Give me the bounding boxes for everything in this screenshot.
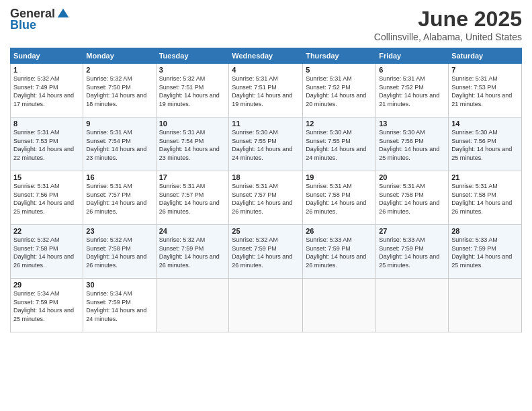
day-info: Sunrise: 5:30 AMSunset: 7:55 PMDaylight:…: [232, 129, 292, 161]
calendar-cell: 30 Sunrise: 5:34 AMSunset: 7:59 PMDaylig…: [83, 279, 156, 332]
calendar-cell: [449, 279, 522, 332]
month-title: June 2025: [374, 7, 522, 32]
calendar-cell: 11 Sunrise: 5:30 AMSunset: 7:55 PMDaylig…: [229, 118, 303, 171]
day-info: Sunrise: 5:31 AMSunset: 7:58 PMDaylight:…: [379, 183, 439, 215]
day-number: 19: [306, 173, 373, 181]
calendar-cell: 29 Sunrise: 5:34 AMSunset: 7:59 PMDaylig…: [11, 279, 83, 332]
day-info: Sunrise: 5:31 AMSunset: 7:53 PMDaylight:…: [13, 129, 74, 161]
day-info: Sunrise: 5:31 AMSunset: 7:58 PMDaylight:…: [306, 183, 366, 215]
day-info: Sunrise: 5:31 AMSunset: 7:56 PMDaylight:…: [13, 183, 74, 215]
calendar-cell: 26 Sunrise: 5:33 AMSunset: 7:59 PMDaylig…: [303, 225, 376, 279]
calendar-week-row: 8 Sunrise: 5:31 AMSunset: 7:53 PMDayligh…: [11, 118, 522, 171]
day-info: Sunrise: 5:31 AMSunset: 7:54 PMDaylight:…: [86, 129, 146, 161]
day-info: Sunrise: 5:32 AMSunset: 7:59 PMDaylight:…: [232, 236, 292, 269]
calendar-cell: 3 Sunrise: 5:32 AMSunset: 7:51 PMDayligh…: [156, 64, 229, 118]
calendar-cell: 1 Sunrise: 5:32 AMSunset: 7:49 PMDayligh…: [11, 64, 83, 118]
calendar-cell: [376, 279, 449, 332]
day-number: 21: [451, 173, 519, 181]
day-number: 4: [232, 66, 300, 74]
calendar-cell: [156, 279, 229, 332]
header-wednesday: Wednesday: [229, 48, 303, 64]
day-info: Sunrise: 5:32 AMSunset: 7:58 PMDaylight:…: [86, 236, 146, 269]
day-number: 10: [159, 120, 226, 128]
day-number: 16: [86, 173, 152, 181]
calendar-cell: 7 Sunrise: 5:31 AMSunset: 7:53 PMDayligh…: [449, 64, 522, 118]
calendar-cell: 14 Sunrise: 5:30 AMSunset: 7:56 PMDaylig…: [449, 118, 522, 171]
calendar-cell: 19 Sunrise: 5:31 AMSunset: 7:58 PMDaylig…: [303, 171, 376, 225]
calendar-cell: 4 Sunrise: 5:31 AMSunset: 7:51 PMDayligh…: [229, 64, 303, 118]
day-info: Sunrise: 5:32 AMSunset: 7:50 PMDaylight:…: [86, 75, 146, 107]
calendar-cell: 28 Sunrise: 5:33 AMSunset: 7:59 PMDaylig…: [449, 225, 522, 279]
day-number: 28: [451, 227, 519, 235]
day-number: 1: [13, 66, 80, 74]
calendar-week-row: 15 Sunrise: 5:31 AMSunset: 7:56 PMDaylig…: [11, 171, 522, 225]
day-number: 24: [159, 227, 226, 235]
day-number: 8: [13, 120, 80, 128]
day-info: Sunrise: 5:33 AMSunset: 7:59 PMDaylight:…: [451, 236, 512, 269]
page-header: General Blue June 2025 Collinsville, Ala…: [10, 7, 522, 42]
logo-blue-text: Blue: [10, 18, 36, 32]
day-number: 12: [306, 120, 373, 128]
calendar-cell: 8 Sunrise: 5:31 AMSunset: 7:53 PMDayligh…: [11, 118, 83, 171]
day-info: Sunrise: 5:31 AMSunset: 7:52 PMDaylight:…: [306, 75, 366, 107]
calendar-cell: [303, 279, 376, 332]
day-info: Sunrise: 5:32 AMSunset: 7:49 PMDaylight:…: [13, 75, 74, 107]
calendar-cell: 20 Sunrise: 5:31 AMSunset: 7:58 PMDaylig…: [376, 171, 449, 225]
day-info: Sunrise: 5:31 AMSunset: 7:57 PMDaylight:…: [86, 183, 146, 215]
calendar-week-row: 1 Sunrise: 5:32 AMSunset: 7:49 PMDayligh…: [11, 64, 522, 118]
day-number: 11: [232, 120, 300, 128]
calendar-cell: 2 Sunrise: 5:32 AMSunset: 7:50 PMDayligh…: [83, 64, 156, 118]
header-sunday: Sunday: [11, 48, 83, 64]
calendar-cell: 27 Sunrise: 5:33 AMSunset: 7:59 PMDaylig…: [376, 225, 449, 279]
day-number: 2: [86, 66, 152, 74]
logo-icon: [56, 7, 70, 21]
calendar-cell: 21 Sunrise: 5:31 AMSunset: 7:58 PMDaylig…: [449, 171, 522, 225]
logo: General Blue: [10, 7, 70, 32]
day-info: Sunrise: 5:31 AMSunset: 7:51 PMDaylight:…: [232, 75, 292, 107]
day-number: 25: [232, 227, 300, 235]
day-info: Sunrise: 5:32 AMSunset: 7:58 PMDaylight:…: [13, 236, 74, 269]
day-number: 23: [86, 227, 152, 235]
calendar-cell: 12 Sunrise: 5:30 AMSunset: 7:55 PMDaylig…: [303, 118, 376, 171]
calendar-cell: 22 Sunrise: 5:32 AMSunset: 7:58 PMDaylig…: [11, 225, 83, 279]
calendar-cell: 15 Sunrise: 5:31 AMSunset: 7:56 PMDaylig…: [11, 171, 83, 225]
header-thursday: Thursday: [303, 48, 376, 64]
day-number: 9: [86, 120, 152, 128]
day-info: Sunrise: 5:31 AMSunset: 7:58 PMDaylight:…: [451, 183, 512, 215]
day-info: Sunrise: 5:30 AMSunset: 7:55 PMDaylight:…: [306, 129, 366, 161]
day-info: Sunrise: 5:31 AMSunset: 7:54 PMDaylight:…: [159, 129, 220, 161]
day-number: 3: [159, 66, 226, 74]
day-info: Sunrise: 5:31 AMSunset: 7:57 PMDaylight:…: [232, 183, 292, 215]
calendar-cell: 5 Sunrise: 5:31 AMSunset: 7:52 PMDayligh…: [303, 64, 376, 118]
calendar-table: Sunday Monday Tuesday Wednesday Thursday…: [10, 48, 522, 332]
day-info: Sunrise: 5:30 AMSunset: 7:56 PMDaylight:…: [379, 129, 439, 161]
location-subtitle: Collinsville, Alabama, United States: [374, 32, 522, 42]
day-info: Sunrise: 5:34 AMSunset: 7:59 PMDaylight:…: [13, 290, 74, 322]
calendar-cell: 9 Sunrise: 5:31 AMSunset: 7:54 PMDayligh…: [83, 118, 156, 171]
day-number: 22: [13, 227, 80, 235]
calendar-cell: 25 Sunrise: 5:32 AMSunset: 7:59 PMDaylig…: [229, 225, 303, 279]
day-number: 6: [379, 66, 445, 74]
calendar-cell: 17 Sunrise: 5:31 AMSunset: 7:57 PMDaylig…: [156, 171, 229, 225]
day-number: 26: [306, 227, 373, 235]
day-number: 29: [13, 281, 80, 289]
day-info: Sunrise: 5:33 AMSunset: 7:59 PMDaylight:…: [379, 236, 439, 269]
day-number: 15: [13, 173, 80, 181]
day-number: 20: [379, 173, 445, 181]
day-number: 13: [379, 120, 445, 128]
calendar-cell: 16 Sunrise: 5:31 AMSunset: 7:57 PMDaylig…: [83, 171, 156, 225]
day-number: 5: [306, 66, 373, 74]
day-info: Sunrise: 5:33 AMSunset: 7:59 PMDaylight:…: [306, 236, 366, 269]
calendar-cell: 24 Sunrise: 5:32 AMSunset: 7:59 PMDaylig…: [156, 225, 229, 279]
calendar-cell: 13 Sunrise: 5:30 AMSunset: 7:56 PMDaylig…: [376, 118, 449, 171]
title-section: June 2025 Collinsville, Alabama, United …: [374, 7, 522, 42]
day-info: Sunrise: 5:31 AMSunset: 7:57 PMDaylight:…: [159, 183, 220, 215]
calendar-week-row: 29 Sunrise: 5:34 AMSunset: 7:59 PMDaylig…: [11, 279, 522, 332]
calendar-week-row: 22 Sunrise: 5:32 AMSunset: 7:58 PMDaylig…: [11, 225, 522, 279]
day-number: 14: [451, 120, 519, 128]
day-info: Sunrise: 5:31 AMSunset: 7:52 PMDaylight:…: [379, 75, 439, 107]
header-saturday: Saturday: [449, 48, 522, 64]
day-number: 7: [451, 66, 519, 74]
svg-marker-0: [58, 8, 69, 17]
header-friday: Friday: [376, 48, 449, 64]
